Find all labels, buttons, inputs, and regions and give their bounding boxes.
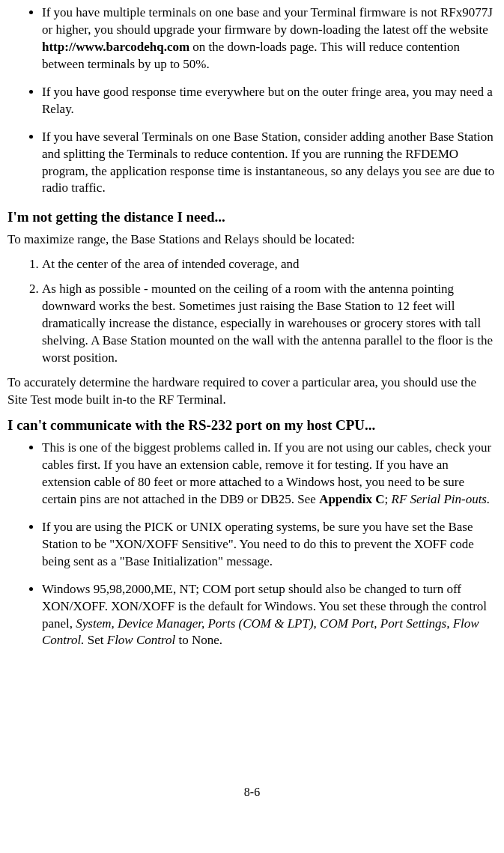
list-item: This is one of the biggest problems call…	[42, 440, 497, 509]
heading-distance: I'm not getting the distance I need...	[7, 207, 497, 227]
list-item: If you have multiple terminals on one ba…	[42, 4, 497, 73]
list-item: If you have good response time everywher…	[42, 84, 497, 118]
list-item: If you have several Terminals on one Bas…	[42, 129, 497, 198]
bullet-list-1: If you have multiple terminals on one ba…	[7, 4, 497, 197]
body-text: ;	[385, 492, 392, 506]
list-item: As high as possible - mounted on the cei…	[42, 281, 497, 367]
body-text: As high as possible - mounted on the cei…	[42, 282, 493, 365]
heading-rs232: I can't communicate with the RS-232 port…	[7, 416, 497, 435]
bullet-list-2: This is one of the biggest problems call…	[7, 440, 497, 649]
page-number: 8-6	[7, 784, 497, 801]
body-paragraph: To accurately determine the hardware req…	[7, 374, 497, 409]
body-text: At the center of the area of intended co…	[42, 257, 300, 271]
body-text: If you have multiple terminals on one ba…	[42, 5, 493, 37]
list-item: At the center of the area of intended co…	[42, 256, 497, 273]
body-text: Set	[85, 633, 107, 647]
italic-text: Flow Control	[107, 633, 175, 647]
italic-text: RF Serial Pin-outs.	[392, 492, 491, 506]
body-text: If you have several Terminals on one Bas…	[42, 130, 494, 195]
appendix-ref: Appendix C	[319, 492, 384, 506]
body-text: If you are using the PICK or UNIX operat…	[42, 520, 474, 568]
body-paragraph: To maximize range, the Base Stations and…	[7, 231, 497, 249]
body-text: If you have good response time everywher…	[42, 85, 493, 116]
list-item: If you are using the PICK or UNIX operat…	[42, 519, 497, 571]
url-text: http://www.barcodehq.com	[42, 40, 189, 54]
body-text: to None.	[175, 633, 222, 647]
list-item: Windows 95,98,2000,ME, NT; COM port setu…	[42, 581, 497, 650]
numbered-list: At the center of the area of intended co…	[7, 256, 497, 367]
